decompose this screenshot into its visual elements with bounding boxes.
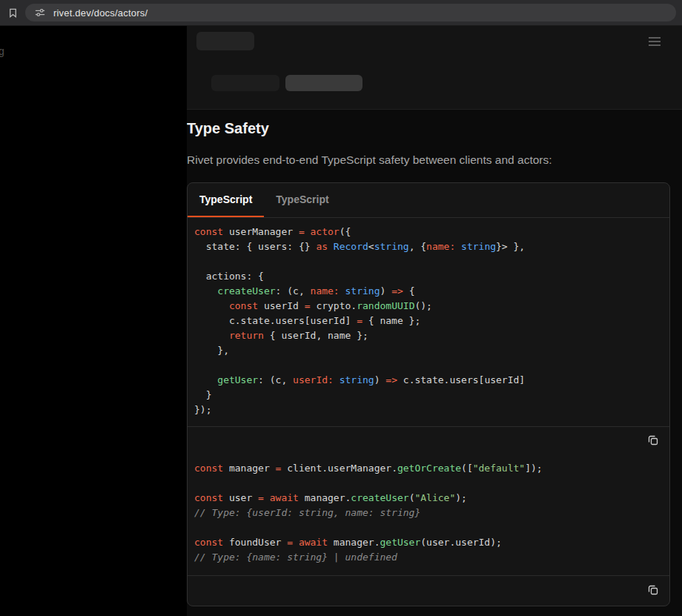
main-column: Type Safety Rivet provides end-to-end Ty… <box>187 26 682 616</box>
breadcrumb-active-placeholder[interactable] <box>285 75 362 91</box>
url-text: rivet.dev/docs/actors/ <box>53 7 148 19</box>
code-block-definition: const userManager = actor({ state: { use… <box>188 218 669 426</box>
sidebar-clipped-text: g <box>0 45 4 57</box>
docs-content: Type Safety Rivet provides end-to-end Ty… <box>187 110 682 606</box>
tab-typescript-1[interactable]: TypeScript <box>188 183 264 217</box>
copy-icon[interactable] <box>646 434 660 447</box>
code-tab-bar: TypeScript TypeScript <box>188 183 669 218</box>
sidebar: g <box>0 26 187 616</box>
code-block-usage: const manager = client.userManager.getOr… <box>188 451 669 575</box>
breadcrumb-placeholder <box>211 75 279 91</box>
intro-paragraph: Rivet provides end-to-end TypeScript saf… <box>187 152 670 168</box>
logo-placeholder <box>196 32 254 50</box>
browser-toolbar: rivet.dev/docs/actors/ <box>0 0 682 26</box>
code-actions-row <box>188 427 669 451</box>
copy-icon[interactable] <box>646 583 660 597</box>
menu-icon[interactable] <box>647 35 662 48</box>
code-footer-row <box>188 576 669 606</box>
site-controls-icon[interactable] <box>33 6 47 19</box>
site-header <box>187 26 682 110</box>
page-root: g Type Safety Rivet provides end-to-end … <box>0 26 682 616</box>
address-bar[interactable]: rivet.dev/docs/actors/ <box>25 4 676 21</box>
page-title: Type Safety <box>187 119 670 137</box>
tab-typescript-2[interactable]: TypeScript <box>264 183 340 217</box>
bookmark-icon[interactable] <box>6 6 19 19</box>
code-card: TypeScript TypeScript const userManager … <box>187 182 670 606</box>
